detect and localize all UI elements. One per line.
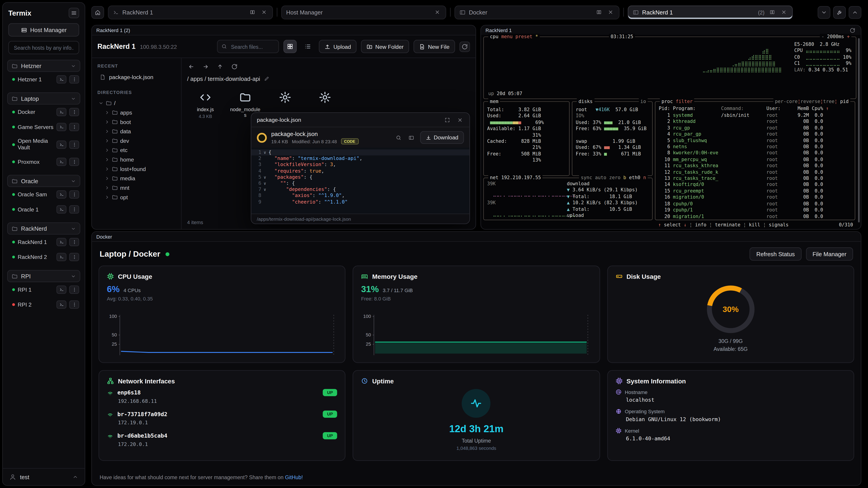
github-link[interactable]: GitHub! [285, 474, 303, 480]
host-menu-button[interactable] [69, 205, 79, 214]
up-directory-button[interactable] [216, 63, 224, 71]
sidebar-host-proxmox[interactable]: Proxmox [7, 154, 80, 169]
group-header-racknerd[interactable]: RackNerd [7, 222, 80, 234]
connect-terminal-button[interactable] [57, 108, 66, 116]
connect-terminal-button[interactable] [57, 238, 66, 246]
connect-terminal-button[interactable] [57, 253, 66, 261]
sidebar-host-oracle-sam[interactable]: Oracle Sam [7, 187, 80, 202]
connect-terminal-button[interactable] [57, 158, 66, 166]
tabs-collapse-button[interactable] [848, 6, 861, 19]
split-tab-button[interactable] [248, 8, 256, 17]
tabs-dropdown-button[interactable] [817, 6, 830, 19]
forward-button[interactable] [202, 63, 210, 71]
host-menu-button[interactable] [69, 300, 79, 309]
tree-dir-lost-found[interactable]: lost+found [96, 164, 177, 174]
refresh-files-button[interactable] [460, 41, 470, 52]
tree-dir-home[interactable]: home [96, 155, 177, 164]
connect-terminal-button[interactable] [57, 205, 66, 214]
sidebar-host-racknerd-2[interactable]: RackNerd 2 [7, 250, 80, 264]
tab-host-manager[interactable]: Host Manager [281, 5, 446, 19]
reload-directory-button[interactable] [230, 63, 239, 71]
user-menu[interactable]: test [3, 468, 85, 485]
search-in-file-button[interactable] [395, 133, 403, 142]
host-menu-button[interactable] [69, 158, 79, 166]
edit-path-icon[interactable] [264, 76, 270, 81]
tree-dir-boot[interactable]: boot [96, 117, 177, 127]
host-menu-button[interactable] [69, 123, 79, 131]
connect-terminal-button[interactable] [57, 123, 66, 131]
close-tab-button[interactable] [779, 8, 788, 17]
terminal-screen[interactable]: cpu menu preset * 03:31:25 - 2000ms + ⣴⣿ [481, 35, 861, 229]
sidebar-host-docker[interactable]: Docker [7, 105, 80, 120]
tree-dir-mnt[interactable]: mnt [96, 183, 177, 193]
connect-terminal-button[interactable] [57, 140, 66, 149]
close-tab-button[interactable] [606, 8, 615, 17]
tab-docker[interactable]: Docker [455, 5, 620, 19]
tree-root[interactable]: / [96, 98, 177, 108]
cpu-history-chart: 2550100 [105, 314, 338, 358]
host-menu-button[interactable] [69, 253, 79, 261]
tree-dir-apps[interactable]: apps [96, 108, 177, 118]
new-file-button[interactable]: New File [414, 40, 455, 53]
connect-terminal-button[interactable] [57, 300, 66, 309]
group-header-rpi[interactable]: RPI [7, 270, 80, 282]
connect-terminal-button[interactable] [57, 190, 66, 199]
terminal-scrollbar[interactable] [858, 38, 860, 223]
tree-dir-opt[interactable]: opt [96, 193, 177, 202]
home-tab-button[interactable] [91, 6, 104, 19]
new-folder-button[interactable]: New Folder [361, 40, 409, 53]
refresh-status-button[interactable]: Refresh Status [750, 248, 802, 261]
host-menu-button[interactable] [69, 75, 79, 84]
sidebar-host-racknerd-1[interactable]: RackNerd 1 [7, 234, 80, 250]
tree-dir-data[interactable]: data [96, 127, 177, 136]
host-menu-button[interactable] [69, 140, 79, 149]
connect-terminal-button[interactable] [57, 286, 66, 294]
sidebar-host-oracle-1[interactable]: Oracle 1 [7, 202, 80, 217]
host-menu-button[interactable] [69, 190, 79, 199]
close-tab-button[interactable] [433, 8, 441, 17]
status-dot [12, 288, 15, 291]
maximize-dialog-button[interactable] [443, 116, 451, 124]
host-menu-button[interactable] [69, 286, 79, 294]
split-tab-button[interactable] [594, 8, 603, 17]
toggle-view-button[interactable] [407, 133, 415, 142]
host-search-input[interactable] [13, 44, 74, 51]
back-button[interactable] [187, 63, 195, 71]
tree-dir-etc[interactable]: etc [96, 145, 177, 155]
split-tab-button[interactable] [768, 8, 776, 17]
group-header-hetzner[interactable]: Hetzner [7, 60, 80, 72]
connect-terminal-button[interactable] [57, 75, 66, 84]
file-index-js[interactable]: index.js4.3 KB [188, 90, 223, 119]
sidebar-host-open-media-vault[interactable]: Open Media Vault [7, 134, 80, 154]
recent-file-package-lock-json[interactable]: package-lock.json [96, 72, 177, 83]
host-manager-button[interactable]: Host Manager [8, 23, 79, 37]
download-button[interactable]: Download [420, 131, 464, 144]
sidebar-host-hetzner-1[interactable]: Hetzner 1 [7, 72, 80, 87]
close-dialog-button[interactable] [456, 116, 464, 124]
file-modified: Modified: Jun 8 23:48 [292, 138, 337, 144]
host-menu-button[interactable] [69, 108, 79, 116]
list-view-button[interactable] [301, 40, 315, 53]
sidebar-host-game-servers[interactable]: Game Servers [7, 120, 80, 134]
code-preview[interactable]: 1∨{2 "name": "termix-download-api",3 "lo… [251, 148, 469, 214]
tree-dir-media[interactable]: media [96, 174, 177, 183]
close-tab-button[interactable] [260, 8, 268, 17]
upload-button[interactable]: Upload [319, 40, 356, 53]
tab-racknerd-1[interactable]: RackNerd 1 [108, 5, 273, 19]
grid-view-button[interactable] [283, 40, 297, 53]
sidebar-host-rpi-2[interactable]: RPI 2 [7, 297, 80, 312]
breadcrumb[interactable]: / apps / termix-download-api [182, 72, 475, 85]
host-menu-button[interactable] [69, 238, 79, 246]
json-file-icon [257, 133, 267, 142]
recent-file-name: package-lock.json [109, 74, 153, 80]
sidebar-host-rpi-1[interactable]: RPI 1 [7, 282, 80, 297]
tools-button[interactable] [833, 6, 846, 19]
file-manager-button[interactable]: File Manager [806, 248, 853, 261]
group-header-laptop[interactable]: Laptop [7, 92, 80, 105]
tab-racknerd-1-2[interactable]: RackNerd 1(2) [628, 5, 793, 19]
file-search-input[interactable] [230, 43, 275, 50]
sidebar-menu-button[interactable] [69, 8, 79, 18]
group-header-oracle[interactable]: Oracle [7, 175, 80, 187]
tree-dir-dev[interactable]: dev [96, 136, 177, 145]
reconnect-button[interactable] [848, 26, 857, 34]
